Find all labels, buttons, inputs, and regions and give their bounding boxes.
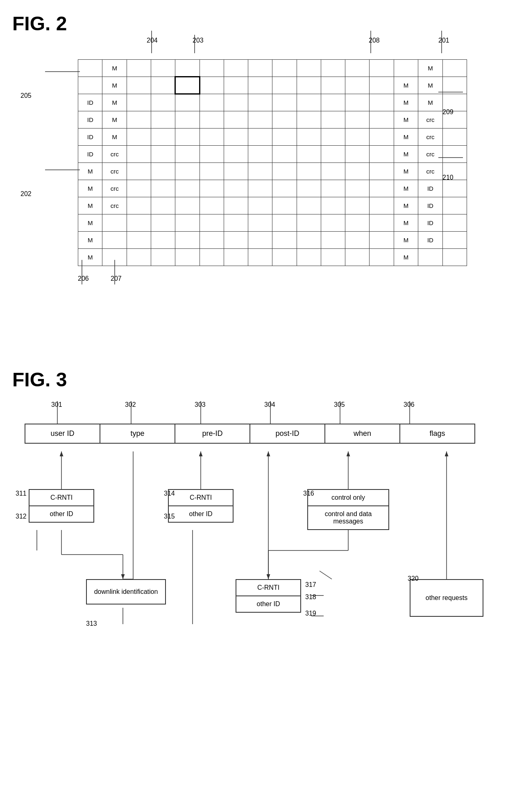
grid-cell [345, 146, 370, 163]
grid-cell [297, 214, 321, 232]
grid-cell: M [102, 94, 127, 111]
grid-cell [370, 129, 394, 146]
grid-cell: crc [102, 180, 127, 197]
grid-cell [370, 77, 394, 94]
grid-cell: M [102, 60, 127, 77]
ref-314: 314 [164, 490, 175, 497]
ref-317: 317 [305, 581, 316, 589]
grid-cell [127, 214, 151, 232]
grid-cell [442, 214, 467, 232]
grid-cell [151, 249, 175, 266]
grid-cell [297, 197, 321, 214]
box-313-text: downlink identification [87, 580, 165, 604]
grid-cell [321, 94, 345, 111]
grid-cell: M [78, 197, 102, 214]
grid-cell [442, 197, 467, 214]
grid-cell [370, 60, 394, 77]
ref-206: 206 [78, 275, 89, 282]
grid-cell [248, 77, 272, 94]
grid-cell [370, 197, 394, 214]
grid-cell [370, 146, 394, 163]
grid-cell [321, 249, 345, 266]
ref-202: 202 [20, 190, 32, 198]
ref-315: 315 [164, 513, 175, 520]
grid-cell [224, 214, 248, 232]
grid-cell [200, 214, 224, 232]
grid-cell [272, 129, 297, 146]
grid-cell [272, 146, 297, 163]
svg-line-32 [320, 571, 332, 579]
grid-cell [345, 163, 370, 180]
grid-cell: M [394, 146, 418, 163]
box-311-otherid: other ID [29, 506, 93, 522]
grid-cell [224, 163, 248, 180]
grid-cell [321, 232, 345, 249]
grid-cell [175, 163, 200, 180]
grid-cell [297, 111, 321, 129]
grid-cell: crc [102, 197, 127, 214]
grid-cell [127, 249, 151, 266]
box-317: C-RNTI other ID [236, 579, 301, 613]
ref-316: 316 [303, 490, 314, 497]
grid-cell [224, 197, 248, 214]
grid-cell [321, 129, 345, 146]
arrow-301 [55, 401, 59, 426]
grid-cell [127, 111, 151, 129]
grid-cell [175, 129, 200, 146]
grid-cell: M [394, 232, 418, 249]
grid-cell: M [418, 77, 443, 94]
ref-203: 203 [193, 37, 204, 44]
grid-cell [127, 163, 151, 180]
grid-cell [102, 232, 127, 249]
grid-cell [127, 146, 151, 163]
grid-cell: M [418, 60, 443, 77]
grid-cell [175, 180, 200, 197]
grid-cell: M [78, 163, 102, 180]
grid-cell [200, 180, 224, 197]
grid-cell [442, 111, 467, 129]
grid-cell [200, 249, 224, 266]
grid-cell [175, 146, 200, 163]
box-317-otherid: other ID [236, 596, 300, 612]
grid-cell [151, 146, 175, 163]
grid-cell [224, 180, 248, 197]
grid-cell [127, 60, 151, 77]
grid-cell [248, 60, 272, 77]
grid-cell: M [394, 180, 418, 197]
grid-cell [151, 129, 175, 146]
grid-cell [248, 249, 272, 266]
box-316-controldataMessages: control and data messages [308, 506, 388, 529]
grid-cell [151, 214, 175, 232]
grid-cell: crc [418, 111, 443, 129]
grid-cell [127, 232, 151, 249]
grid-cell [224, 94, 248, 111]
grid-cell: M [394, 129, 418, 146]
arrow-304 [268, 401, 272, 426]
grid-cell [370, 94, 394, 111]
grid-cell: ID [78, 129, 102, 146]
grid-cell [394, 60, 418, 77]
grid-cell [224, 232, 248, 249]
grid-cell [200, 60, 224, 77]
grid-cell: M [394, 249, 418, 266]
grid-cell [321, 163, 345, 180]
grid-cell [442, 163, 467, 180]
ref-313: 313 [86, 620, 97, 627]
grid-cell [297, 60, 321, 77]
grid-cell [321, 146, 345, 163]
grid-cell [297, 146, 321, 163]
grid-cell [200, 129, 224, 146]
grid-cell [200, 163, 224, 180]
grid-cell: M [394, 214, 418, 232]
ref-318: 318 [305, 593, 316, 601]
fig2-title: FIG. 2 [12, 12, 496, 35]
grid-cell [151, 180, 175, 197]
ref-208: 208 [369, 37, 380, 44]
box-314-crnti: C-RNTI [169, 490, 233, 506]
grid-cell: M [394, 111, 418, 129]
header-cell-when: when [325, 424, 400, 443]
grid-cell [345, 129, 370, 146]
ref-311: 311 [16, 490, 27, 497]
grid-cell [248, 180, 272, 197]
grid-cell [248, 146, 272, 163]
